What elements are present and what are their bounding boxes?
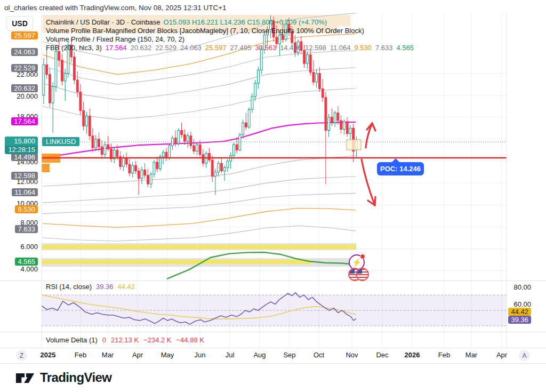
time-label: Sep: [283, 351, 295, 359]
time-label: Apr: [132, 351, 143, 359]
bar-countdown: 12:28:15: [5, 146, 38, 154]
price-badge: 24.063: [11, 48, 38, 56]
timezone-button[interactable]: Z: [16, 350, 27, 361]
time-label: May: [161, 351, 174, 359]
time-label: Feb: [438, 351, 450, 359]
symbol-title: Chainlink / US Dollar · 3D · Coinbase: [46, 18, 160, 26]
price-badge: 9.530: [15, 205, 38, 213]
band-yellow: [42, 260, 311, 264]
current-price-badge: 15.80012:28:15: [5, 137, 38, 154]
order-block-box: [347, 140, 361, 150]
band-yellow: [42, 245, 356, 249]
fbb-band: [43, 226, 356, 241]
rsi-scale-label: 80.00: [513, 283, 531, 291]
fbb-band-value: 24.063: [180, 44, 202, 52]
price-badge: 22.529: [11, 64, 38, 72]
rsi-ma-value: 44.42: [118, 283, 135, 291]
time-label: Mar: [102, 351, 114, 359]
time-label: Aug: [253, 351, 266, 359]
fbb-band-value: 17.564: [106, 44, 127, 52]
fbb-band: [43, 51, 356, 84]
fbb-band-value: 14.496: [280, 44, 301, 52]
price-badge: 20.632: [11, 84, 38, 92]
fbb-band-value: 30.563: [255, 44, 276, 52]
axis-settings-button[interactable]: A: [519, 350, 530, 361]
symbol-flag-badge[interactable]: LINKUSD: [42, 137, 79, 146]
time-axis[interactable]: 2025FebMarAprMayJunJulAugSepOctNovDec202…: [0, 348, 546, 363]
legend-symbol-row[interactable]: Chainlink / US Dollar · 3D · CoinbaseO15…: [46, 18, 327, 26]
rsi-scale-badge: 39.36: [508, 316, 531, 324]
chart-canvas[interactable]: [0, 0, 546, 392]
fbb-band-value: 9.530: [354, 44, 372, 52]
fbb-label: FBB (200, hlc3, 3): [46, 44, 102, 52]
legend-indicator-order-blocks[interactable]: Volume Profile Bar-Magnified Order Block…: [46, 27, 364, 35]
fbb-band: [43, 208, 356, 227]
fbb-band-value: 7.633: [375, 44, 393, 52]
rsi-value: 39.36: [96, 283, 114, 291]
fbb-band-value: 20.632: [131, 44, 152, 52]
price-badge: 14.496: [11, 153, 38, 161]
volume-delta-legend[interactable]: Volume Delta (1)0212.13 K−234.2 K−44.89 …: [46, 336, 204, 344]
rsi-legend[interactable]: RSI (14, close)39.3644.42: [46, 283, 135, 291]
rsi-scale-label: 60.00: [513, 300, 531, 308]
tradingview-logo-mark: [15, 371, 35, 385]
fbb-band: [43, 68, 356, 100]
price-scale[interactable]: 22.00020.00018.00014.00012.00010.0008.00…: [0, 0, 39, 348]
price-badge: 7.633: [15, 225, 38, 233]
time-label: 2026: [405, 351, 420, 359]
volume-delta-value: −234.2 K: [143, 336, 171, 344]
order-block-zone: [338, 15, 350, 26]
legend-indicator-fbb[interactable]: FBB (200, hlc3, 3)17.56420.63222.52924.0…: [46, 44, 414, 52]
fbb-band: [43, 177, 356, 203]
rsi-scale-badge: 44.42: [508, 308, 531, 316]
time-label: 2025: [41, 351, 56, 359]
time-label: Jun: [195, 351, 206, 359]
price-badge: 12.598: [11, 172, 38, 180]
volume-delta-label: Volume Delta (1): [46, 336, 98, 344]
price-label: 20.000: [17, 92, 38, 101]
volume-delta-value: 212.13 K: [111, 336, 139, 344]
time-label: Jul: [226, 351, 235, 359]
price-label: 6.000: [20, 243, 38, 251]
poc-tooltip[interactable]: POC: 14.246: [377, 162, 424, 175]
fbb-band-value: 12.598: [305, 44, 326, 52]
rsi-label: RSI (14, close): [46, 283, 92, 291]
us-flag-icon-2[interactable]: [356, 268, 369, 281]
time-label: Dec: [376, 351, 388, 359]
fbb-band-value: 27.495: [230, 44, 252, 52]
time-label: Feb: [75, 351, 86, 359]
price-badge: 11.064: [12, 188, 38, 196]
tradingview-logo[interactable]: TradingView: [15, 370, 111, 385]
fbb-band: [43, 193, 356, 213]
time-label: Oct: [314, 351, 324, 359]
up-arrowhead: [372, 123, 375, 131]
symbol-ohlc: O15.093 H16.221 L14.236 C15.800 +0.709 (…: [164, 18, 327, 26]
tradingview-chart-page: { "watermark": "ol_charles created with …: [0, 0, 546, 392]
volume-profile-bar: [42, 164, 50, 172]
fbb-band-value: 22.529: [155, 44, 176, 52]
current-price-value: 15.800: [5, 137, 38, 146]
time-label: Mar: [465, 351, 477, 359]
fbb-band: [43, 156, 356, 187]
volume-delta-value: −44.89 K: [176, 336, 204, 344]
fbb-band-value: 4.565: [397, 44, 414, 52]
time-label: Nov: [346, 351, 358, 359]
notification-dot-icon: [360, 254, 365, 259]
price-badge: 17.564: [11, 117, 38, 125]
down-arrowhead: [375, 197, 375, 205]
price-badge: 25.597: [11, 31, 38, 39]
tradingview-wordmark: TradingView: [40, 370, 111, 385]
volume-delta-value: 0: [102, 336, 106, 344]
legend-indicator-volume-profile[interactable]: Volume Profile / Fixed Range (150, 24, 7…: [46, 35, 184, 43]
price-label: 4.000: [20, 265, 38, 274]
down-arrow: [362, 159, 375, 205]
price-badge: 4.565: [15, 258, 38, 266]
fbb-band-value: 25.597: [205, 44, 227, 52]
time-label: Apr: [496, 351, 507, 359]
fbb-band-value: 11.064: [330, 44, 351, 52]
